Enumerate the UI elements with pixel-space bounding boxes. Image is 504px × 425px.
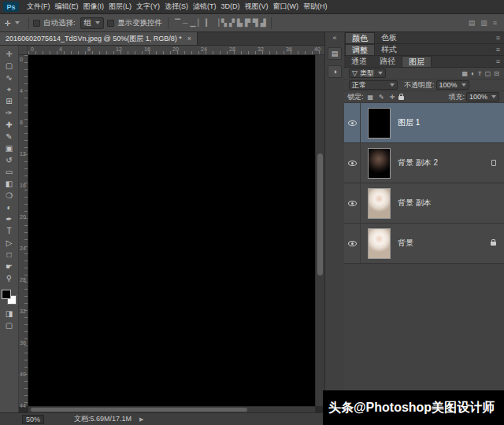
vertical-scrollbar-thumb[interactable] xyxy=(317,153,323,275)
align-vertical-centers-icon[interactable]: ─ xyxy=(182,15,188,31)
panel-menu-icon[interactable]: ≡ xyxy=(496,34,500,42)
menu-item[interactable]: 窗口(W) xyxy=(271,0,302,13)
menu-item[interactable]: 滤镜(T) xyxy=(191,0,219,13)
menu-item[interactable]: 文字(Y) xyxy=(134,0,162,13)
close-icon[interactable]: × xyxy=(187,35,191,42)
panel-tab[interactable]: 调整 xyxy=(345,44,375,55)
panel-menu-icon[interactable]: ≡ xyxy=(496,46,500,54)
menu-item[interactable]: 文件(F) xyxy=(24,0,53,13)
layer-row[interactable]: 图层 1 xyxy=(344,103,504,143)
layer-row[interactable]: 背景 副本 xyxy=(344,183,504,224)
docked-panel-icon-1[interactable]: ▤ xyxy=(328,47,342,60)
shape-tool[interactable]: □ xyxy=(1,249,18,261)
filter-pixel-layers-icon[interactable]: ▦ xyxy=(460,70,469,77)
gradient-tool[interactable]: ◧ xyxy=(1,178,18,190)
brush-tool[interactable]: ✎ xyxy=(1,131,18,142)
align-bottom-edges-icon[interactable]: ▁ xyxy=(189,15,196,31)
workspace-grid-icon[interactable]: ▤ xyxy=(468,15,476,31)
dodge-tool[interactable]: ◐ xyxy=(1,201,18,213)
vertical-scrollbar[interactable] xyxy=(315,55,324,406)
menu-item[interactable]: 视图(V) xyxy=(243,0,271,13)
quick-select-tool[interactable]: ⌖ xyxy=(1,83,18,95)
auto-select-checkbox[interactable] xyxy=(33,20,40,27)
distribute-left-icon[interactable]: ▛ xyxy=(244,15,251,31)
panel-tab[interactable]: 色板 xyxy=(375,32,403,43)
layer-visibility-toggle[interactable] xyxy=(344,183,361,223)
filter-type-layers-icon[interactable]: T xyxy=(476,70,484,77)
distribute-vcenter-icon[interactable]: ▞ xyxy=(228,15,235,31)
menu-item[interactable]: 3D(D) xyxy=(219,0,243,13)
canvas-image[interactable] xyxy=(28,55,315,406)
docked-panel-icon-2[interactable]: ◑ xyxy=(328,65,342,78)
show-transform-checkbox[interactable] xyxy=(107,20,114,27)
tool-preset-picker[interactable]: ✛ xyxy=(0,19,24,28)
layer-row[interactable]: 背景 副本 2 xyxy=(344,143,504,183)
panel-tab[interactable]: 通道 xyxy=(345,56,373,67)
distribute-right-icon[interactable]: ▟ xyxy=(260,15,267,31)
layer-thumbnail[interactable] xyxy=(368,148,391,179)
lock-position-icon[interactable]: ✛ xyxy=(388,94,397,101)
layer-thumbnail[interactable] xyxy=(368,188,391,219)
move-tool[interactable]: ✛ xyxy=(1,48,18,60)
layer-filter-kind-select[interactable]: ▽ 类型 xyxy=(349,68,386,78)
horizontal-scrollbar-thumb[interactable] xyxy=(31,408,247,412)
eyedropper-tool[interactable]: ✑ xyxy=(1,107,18,119)
layer-visibility-toggle[interactable] xyxy=(344,224,361,263)
eraser-tool[interactable]: ▭ xyxy=(1,166,18,178)
menu-item[interactable]: 帮助(H) xyxy=(301,0,330,13)
align-left-edges-icon[interactable]: ▏ xyxy=(197,15,204,31)
color-swatches[interactable] xyxy=(2,290,17,305)
hand-tool[interactable]: ☛ xyxy=(1,261,18,272)
quick-mask-button[interactable]: ◨ xyxy=(1,308,18,320)
zoom-tool[interactable]: ⚲ xyxy=(1,272,18,284)
panel-tab[interactable]: 图层 xyxy=(402,56,432,67)
layer-visibility-toggle[interactable] xyxy=(344,103,361,142)
document-viewport[interactable] xyxy=(28,55,315,406)
distribute-bottom-icon[interactable]: ▙ xyxy=(236,15,243,31)
healing-brush-tool[interactable]: ✚ xyxy=(1,119,18,131)
horizontal-scrollbar[interactable] xyxy=(28,406,315,412)
clone-stamp-tool[interactable]: ▣ xyxy=(1,142,18,154)
fill-input[interactable]: 100% xyxy=(466,92,499,102)
layer-row[interactable]: 背景 xyxy=(344,224,504,264)
crop-tool[interactable]: ⊞ xyxy=(1,95,18,107)
zoom-level-field[interactable]: 50% xyxy=(22,415,44,424)
layer-visibility-toggle[interactable] xyxy=(344,143,361,183)
panel-list-icon[interactable]: ≡ xyxy=(492,15,498,31)
menu-item[interactable]: 选择(S) xyxy=(162,0,191,13)
distribute-hcenter-icon[interactable]: ▜ xyxy=(252,15,259,31)
history-brush-tool[interactable]: ↺ xyxy=(1,154,18,166)
document-tab[interactable]: 20160602075614_TdSVn.jpeg @ 50%(图层 1, RG… xyxy=(0,32,198,45)
align-top-edges-icon[interactable]: ▔ xyxy=(174,15,181,31)
auto-select-target-select[interactable]: 组 xyxy=(80,17,105,29)
lock-transparency-icon[interactable]: ▦ xyxy=(366,94,376,101)
type-tool[interactable]: T xyxy=(1,225,18,237)
pen-tool[interactable]: ✒ xyxy=(1,213,18,225)
marquee-tool[interactable]: ▢ xyxy=(1,60,18,72)
blur-tool[interactable]: ❍ xyxy=(1,190,18,201)
workspace-columns-icon[interactable]: ▥ xyxy=(480,15,488,31)
distribute-top-icon[interactable]: ▚ xyxy=(220,15,228,31)
foreground-color-swatch[interactable] xyxy=(2,290,11,299)
opacity-input[interactable]: 100% xyxy=(436,80,469,90)
layer-thumbnail[interactable] xyxy=(368,108,391,139)
panel-tab[interactable]: 样式 xyxy=(375,44,403,55)
layer-thumbnail[interactable] xyxy=(368,228,391,259)
lock-pixels-icon[interactable]: ✎ xyxy=(377,94,386,101)
filter-shape-layers-icon[interactable]: ▢ xyxy=(484,70,493,77)
filter-smart-objects-icon[interactable]: ⊡ xyxy=(492,70,501,77)
filter-adjustment-layers-icon[interactable]: ◐ xyxy=(469,70,476,77)
blend-mode-select[interactable]: 正常 xyxy=(349,80,398,90)
status-flyout-icon[interactable]: ▶ xyxy=(139,416,143,423)
align-horizontal-centers-icon[interactable]: ▎ xyxy=(205,15,212,31)
panel-tab[interactable]: 颜色 xyxy=(345,32,375,43)
menu-item[interactable]: 图像(I) xyxy=(81,0,107,13)
menu-item[interactable]: 图层(L) xyxy=(106,0,134,13)
screen-mode-button[interactable]: ▢ xyxy=(1,320,18,331)
panel-menu-icon[interactable]: ≡ xyxy=(496,57,500,65)
lock-all-icon[interactable] xyxy=(398,96,404,100)
path-select-tool[interactable]: ▷ xyxy=(1,237,18,249)
lasso-tool[interactable]: ∿ xyxy=(1,72,18,83)
align-right-edges-icon[interactable]: ▕ xyxy=(213,15,220,31)
menu-item[interactable]: 编辑(E) xyxy=(53,0,81,13)
